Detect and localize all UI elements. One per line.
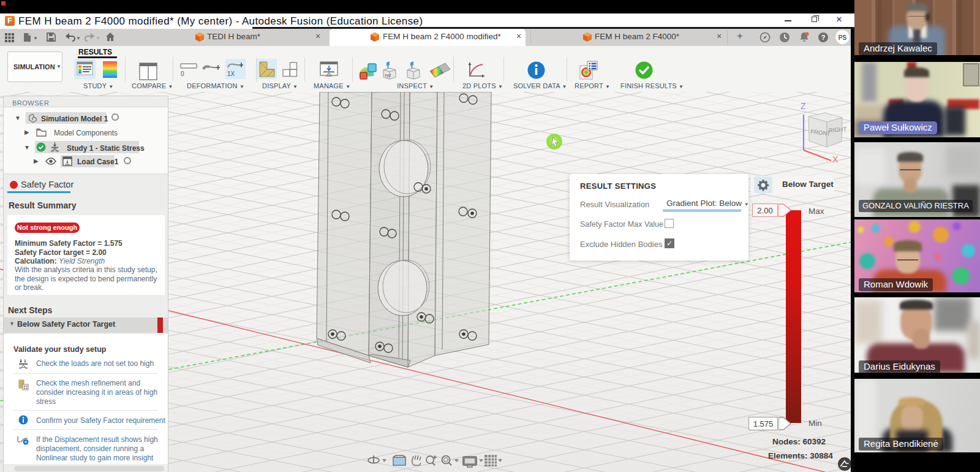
svg-text:Z: Z (801, 101, 806, 111)
svg-text:?: ? (821, 34, 826, 41)
svg-text:xyz: xyz (385, 73, 391, 78)
svg-text:RIGHT: RIGHT (828, 126, 846, 134)
svg-text:1X: 1X (227, 70, 235, 77)
svg-text:X: X (832, 154, 839, 162)
svg-text:0: 0 (181, 70, 184, 77)
